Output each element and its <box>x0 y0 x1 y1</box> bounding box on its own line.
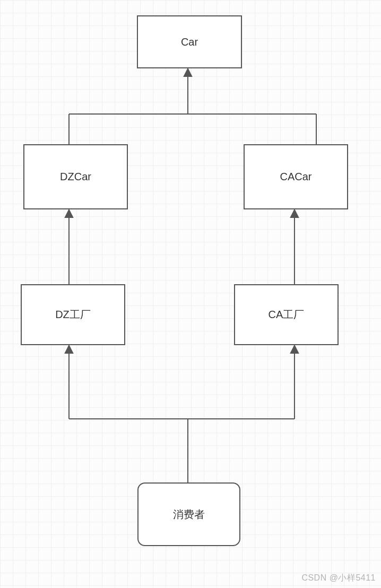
ca-factory-node: CA工厂 <box>234 284 339 345</box>
watermark: CSDN @小样5411 <box>301 573 376 584</box>
dzcar-label: DZCar <box>60 171 91 183</box>
dz-factory-node: DZ工厂 <box>21 284 125 345</box>
consumer-node: 消费者 <box>137 482 240 546</box>
dz-factory-label: DZ工厂 <box>55 308 91 322</box>
ca-factory-label: CA工厂 <box>269 308 305 322</box>
cacar-label: CACar <box>280 171 311 183</box>
car-node: Car <box>137 15 242 68</box>
consumer-label: 消费者 <box>173 507 205 522</box>
car-label: Car <box>181 36 198 48</box>
cacar-node: CACar <box>244 144 348 209</box>
dzcar-node: DZCar <box>23 144 128 209</box>
